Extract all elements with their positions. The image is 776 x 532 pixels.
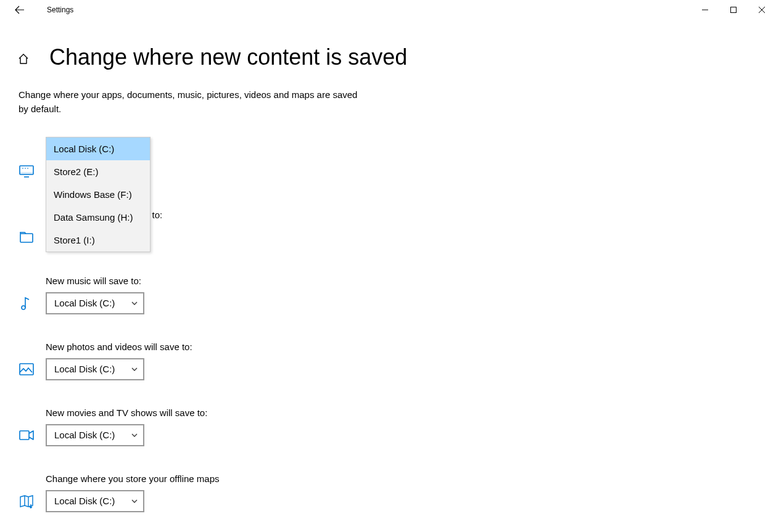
chevron-down-icon — [125, 497, 138, 505]
minimize-icon — [702, 7, 708, 13]
svg-point-4 — [22, 306, 25, 309]
setting-photos-label: New photos and videos will save to: — [46, 342, 364, 352]
window-title: Settings — [47, 6, 73, 14]
setting-photos: New photos and videos will save to: Loca… — [19, 342, 364, 380]
photos-icon — [19, 361, 35, 377]
setting-maps: Change where you store your offline maps… — [19, 473, 364, 512]
setting-maps-label: Change where you store your offline maps — [46, 473, 364, 484]
page-header: Change where new content is saved — [0, 20, 776, 70]
back-button[interactable] — [7, 0, 32, 20]
svg-rect-5 — [20, 364, 33, 375]
svg-rect-6 — [20, 431, 29, 440]
dropdown-option-h[interactable]: Data Samsung (H:) — [46, 206, 150, 229]
photos-drive-value: Local Disk (C:) — [54, 364, 115, 374]
photos-drive-dropdown[interactable]: Local Disk (C:) — [46, 358, 144, 380]
close-button[interactable] — [748, 0, 776, 20]
svg-rect-0 — [731, 7, 737, 13]
dropdown-option-c[interactable]: Local Disk (C:) — [46, 137, 150, 160]
close-icon — [759, 7, 765, 13]
apps-icon — [19, 163, 35, 179]
dropdown-option-e[interactable]: Store2 (E:) — [46, 160, 150, 183]
dropdown-option-i[interactable]: Store1 (I:) — [46, 229, 150, 252]
documents-icon — [19, 229, 35, 245]
setting-movies-label: New movies and TV shows will save to: — [46, 407, 364, 418]
content-area: Change where your apps, documents, music… — [0, 70, 382, 512]
movies-drive-value: Local Disk (C:) — [54, 430, 115, 440]
minimize-button[interactable] — [691, 0, 719, 20]
setting-movies: New movies and TV shows will save to: Lo… — [19, 407, 364, 446]
setting-music-label: New music will save to: — [46, 276, 364, 286]
music-drive-value: Local Disk (C:) — [54, 298, 115, 308]
movies-icon — [19, 427, 35, 443]
maximize-icon — [730, 7, 737, 13]
titlebar: Settings — [0, 0, 776, 20]
page-title: Change where new content is saved — [49, 44, 407, 70]
maps-drive-value: Local Disk (C:) — [54, 496, 115, 506]
svg-rect-3 — [20, 234, 33, 242]
maps-drive-dropdown[interactable]: Local Disk (C:) — [46, 490, 144, 512]
back-arrow-icon — [15, 5, 25, 15]
page-description: Change where your apps, documents, music… — [19, 88, 364, 117]
apps-drive-dropdown-menu: Local Disk (C:) Store2 (E:) Windows Base… — [46, 137, 151, 252]
dropdown-option-f[interactable]: Windows Base (F:) — [46, 183, 150, 206]
chevron-down-icon — [125, 432, 138, 439]
home-icon[interactable] — [17, 53, 30, 65]
window-controls — [691, 0, 776, 20]
chevron-down-icon — [125, 366, 138, 373]
music-drive-dropdown[interactable]: Local Disk (C:) — [46, 292, 144, 314]
maps-icon — [19, 493, 35, 509]
music-icon — [19, 295, 35, 311]
chevron-down-icon — [125, 300, 138, 307]
maximize-button[interactable] — [719, 0, 748, 20]
movies-drive-dropdown[interactable]: Local Disk (C:) — [46, 424, 144, 446]
setting-music: New music will save to: Local Disk (C:) — [19, 276, 364, 314]
svg-rect-2 — [20, 172, 33, 174]
